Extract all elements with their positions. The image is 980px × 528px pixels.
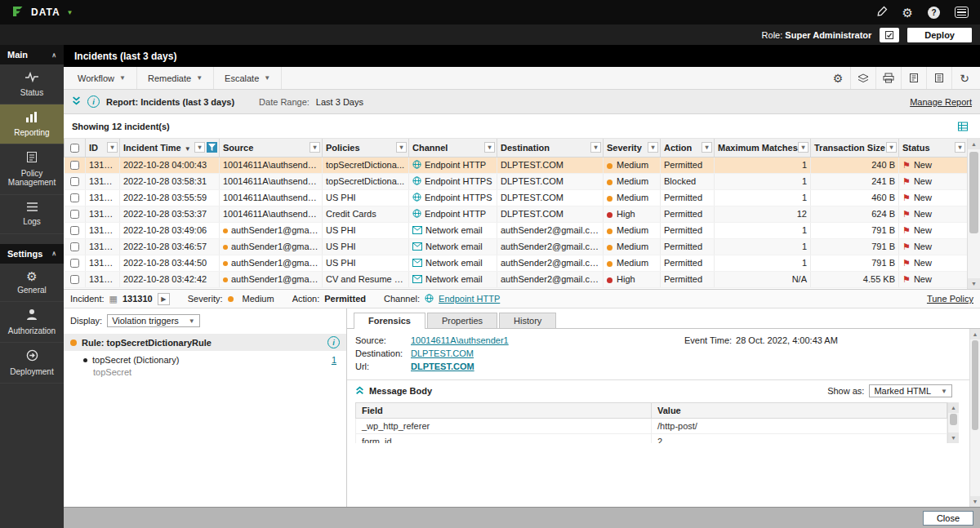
workflow-button[interactable]: Workflow▼ [67, 67, 137, 89]
table-settings-gear-icon[interactable]: ⚙ [826, 67, 850, 89]
brush-icon[interactable] [876, 6, 888, 19]
sidebar-item-deployment[interactable]: Deployment [0, 343, 64, 384]
scroll-down-icon[interactable]: ▼ [968, 278, 980, 289]
product-name[interactable]: DATA [31, 7, 60, 18]
rule-info-icon[interactable]: i [327, 336, 340, 348]
column-menu-icon[interactable]: ▾ [798, 142, 808, 153]
product-menu-caret-icon[interactable]: ▼ [67, 9, 74, 16]
column-header-destination[interactable]: Destination▾ [497, 139, 604, 157]
tab-history[interactable]: History [499, 313, 556, 328]
next-incident-icon[interactable]: ▶ [158, 293, 170, 305]
column-header-id[interactable]: ID▾ [86, 139, 120, 157]
column-header-source[interactable]: Source▾ [220, 139, 323, 157]
scroll-up-icon[interactable]: ▲ [968, 139, 980, 149]
row-checkbox[interactable] [70, 210, 79, 219]
menu-icon[interactable] [955, 7, 969, 18]
column-menu-icon[interactable]: ▾ [702, 142, 712, 153]
export-doc-icon[interactable] [926, 67, 951, 89]
source-link[interactable]: 10014611A\authsender1 [411, 335, 509, 345]
column-menu-icon[interactable]: ▾ [310, 142, 320, 153]
display-select[interactable]: Violation triggers ▼ [107, 314, 200, 327]
scroll-down-icon[interactable]: ▼ [970, 496, 980, 507]
url-link[interactable]: DLPTEST.COM [411, 362, 474, 371]
tab-properties[interactable]: Properties [427, 313, 497, 328]
collapse-chevrons-icon[interactable] [72, 96, 81, 107]
manage-report-link[interactable]: Manage Report [910, 97, 972, 107]
column-header-policies[interactable]: Policies▾ [323, 139, 409, 157]
column-header-status[interactable]: Status▾ [899, 139, 968, 157]
select-all-checkbox[interactable] [70, 144, 79, 153]
row-checkbox[interactable] [70, 275, 79, 284]
layers-icon[interactable] [850, 67, 875, 89]
incident-row[interactable]: 1313692022-10-28 03:42:42authSender1@gma… [65, 271, 968, 287]
close-button[interactable]: Close [923, 511, 973, 526]
gear-icon[interactable]: ⚙ [902, 7, 913, 19]
row-checkbox[interactable] [70, 226, 79, 235]
print-icon[interactable] [875, 67, 901, 89]
column-menu-icon[interactable]: ▾ [396, 142, 407, 153]
remediate-button[interactable]: Remediate▼ [137, 67, 214, 89]
scroll-down-icon[interactable]: ▼ [948, 433, 959, 443]
sidebar-item-authorization[interactable]: Authorization [0, 302, 64, 343]
incident-row[interactable]: 1310852022-10-28 03:44:50authSender1@gma… [65, 255, 968, 271]
row-checkbox[interactable] [70, 193, 79, 202]
column-menu-icon[interactable]: ▾ [955, 142, 965, 153]
help-icon[interactable]: ? [928, 7, 940, 19]
panel-scrollbar[interactable]: ▲ ▼ [969, 329, 980, 507]
row-checkbox[interactable] [70, 259, 79, 268]
column-menu-icon[interactable]: ▾ [484, 142, 495, 153]
column-header-severity[interactable]: Severity▾ [604, 139, 661, 157]
incident-row[interactable]: 1313832022-10-28 03:53:3710014611A\auths… [65, 206, 968, 222]
incident-row[interactable]: 1310932022-10-28 03:55:5910014611A\auths… [65, 189, 968, 206]
export-table-icon[interactable] [957, 122, 972, 131]
column-menu-icon[interactable]: ▾ [590, 142, 601, 153]
sidebar-section-main[interactable]: Main ∧ [0, 45, 64, 64]
escalate-button[interactable]: Escalate▼ [214, 67, 282, 89]
row-checkbox[interactable] [70, 161, 79, 170]
trigger-row[interactable]: topSecret (Dictionary) 1 [64, 351, 346, 366]
incident-row[interactable]: 1311522022-10-28 03:58:3110014611A\auths… [65, 173, 968, 189]
column-menu-icon[interactable]: ▾ [648, 142, 658, 153]
tab-forensics[interactable]: Forensics [354, 313, 425, 329]
collapse-up-chevrons-icon[interactable] [355, 386, 364, 397]
sidebar-item-reporting[interactable]: Reporting [0, 104, 64, 144]
scroll-up-icon[interactable]: ▲ [970, 329, 980, 339]
deploy-button[interactable]: Deploy [907, 28, 972, 42]
column-header-channel[interactable]: Channel▾ [409, 139, 497, 157]
report-doc-icon[interactable] [901, 67, 926, 89]
column-header-incident-time[interactable]: Incident Time▼▾ [120, 139, 220, 157]
incident-row[interactable]: 1312272022-10-28 03:46:57authSender1@gma… [65, 238, 968, 255]
value-column-header[interactable]: Value [652, 403, 947, 419]
tune-policy-link[interactable]: Tune Policy [927, 294, 973, 304]
fields-scrollbar[interactable]: ▲ ▼ [947, 402, 959, 443]
sidebar-item-policy-management[interactable]: Policy Management [0, 144, 64, 195]
incident-grid-icon[interactable]: ▦ [109, 294, 118, 304]
deployment-status-button[interactable] [880, 28, 899, 42]
table-scrollbar[interactable]: ▲ ▼ [967, 139, 980, 289]
column-menu-icon[interactable]: ▾ [107, 142, 118, 153]
sidebar-item-general[interactable]: ⚙ General [0, 264, 64, 303]
row-checkbox[interactable] [70, 242, 79, 251]
sidebar-item-status[interactable]: Status [0, 64, 64, 104]
scroll-thumb[interactable] [972, 340, 978, 430]
sidebar-item-logs[interactable]: Logs [0, 195, 64, 234]
sidebar-section-settings[interactable]: Settings ∧ [0, 244, 64, 264]
refresh-icon[interactable]: ↻ [951, 67, 977, 89]
scroll-thumb[interactable] [969, 152, 978, 233]
scroll-thumb[interactable] [950, 414, 957, 425]
destination-link[interactable]: DLPTEST.COM [411, 348, 474, 358]
scroll-up-icon[interactable]: ▲ [948, 402, 959, 413]
column-header-maximum-matches[interactable]: Maximum Matches▾ [715, 139, 811, 157]
trigger-count-link[interactable]: 1 [332, 355, 336, 365]
column-header-transaction-size[interactable]: Transaction Size▾ [811, 139, 899, 157]
rule-row[interactable]: Rule: topSecretDictionaryRule i [64, 334, 346, 351]
column-menu-icon[interactable]: ▾ [886, 142, 897, 153]
show-as-select[interactable]: Marked HTML ▼ [869, 384, 952, 397]
field-column-header[interactable]: Field [356, 403, 652, 419]
column-header-action[interactable]: Action▾ [661, 139, 715, 157]
channel-link[interactable]: Endpoint HTTP [439, 294, 500, 304]
row-checkbox[interactable] [70, 177, 79, 186]
time-filter-icon[interactable] [207, 142, 217, 153]
incident-row[interactable]: 1313022022-10-28 03:49:06authSender1@gma… [65, 222, 968, 238]
incident-row[interactable]: 1313102022-10-28 04:00:4310014611A\auths… [65, 157, 968, 173]
